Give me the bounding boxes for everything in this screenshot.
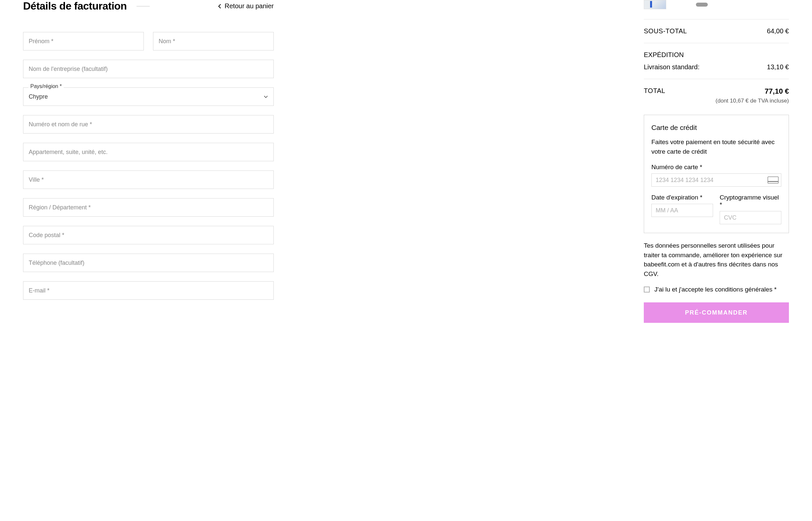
back-link-label: Retour au panier <box>225 2 274 10</box>
expiry-field[interactable] <box>651 204 713 217</box>
subtotal-label: SOUS-TOTAL <box>644 27 687 35</box>
company-field[interactable] <box>23 60 274 78</box>
country-label: Pays/région * <box>28 84 64 89</box>
email-field[interactable] <box>23 281 274 300</box>
payment-method-title: Carte de crédit <box>651 124 781 132</box>
subtotal-value: 64,00 € <box>767 27 789 35</box>
postcode-field[interactable] <box>23 226 274 244</box>
shipping-label: EXPÉDITION <box>644 51 789 59</box>
shipping-method: Livraison standard: <box>644 63 700 71</box>
svg-rect-1 <box>768 181 779 182</box>
total-value: 77,10 € <box>716 87 789 96</box>
apartment-field[interactable] <box>23 143 274 161</box>
back-to-cart-link[interactable]: Retour au panier <box>218 2 274 10</box>
cvc-label: Cryptogramme visuel * <box>720 194 781 208</box>
payment-box: Carte de crédit Faites votre paiement en… <box>644 115 789 233</box>
page-title: Détails de facturation <box>23 0 127 12</box>
shipping-value: 13,10 € <box>767 63 789 71</box>
title-divider <box>137 6 150 6</box>
payment-desc: Faites votre paiement en toute sécurité … <box>651 137 781 156</box>
total-label: TOTAL <box>644 87 665 95</box>
last-name-field[interactable] <box>153 32 274 50</box>
region-field[interactable] <box>23 198 274 217</box>
cvc-field[interactable] <box>720 211 781 224</box>
country-select[interactable]: Chypre <box>23 87 274 106</box>
tax-note: (dont 10,67 € de TVA incluse) <box>716 98 789 104</box>
terms-label: J'ai lu et j'accepte les conditions géné… <box>654 286 777 293</box>
product-thumbnail <box>644 0 666 9</box>
credit-card-icon <box>767 176 779 184</box>
card-number-label: Numéro de carte * <box>651 163 781 171</box>
phone-field[interactable] <box>23 254 274 272</box>
terms-checkbox[interactable] <box>644 287 650 293</box>
privacy-notice: Tes données personnelles seront utilisée… <box>644 241 789 279</box>
card-number-field[interactable] <box>651 174 781 187</box>
expiry-label: Date d'expiration * <box>651 194 713 201</box>
first-name-field[interactable] <box>23 32 144 50</box>
submit-order-button[interactable]: PRÉ-COMMANDER <box>644 302 789 323</box>
country-value: Chypre <box>29 93 48 100</box>
qty-badge <box>696 3 708 6</box>
street-field[interactable] <box>23 115 274 134</box>
svg-rect-0 <box>768 177 779 183</box>
chevron-down-icon <box>264 94 268 99</box>
city-field[interactable] <box>23 171 274 189</box>
chevron-left-icon <box>218 4 221 9</box>
